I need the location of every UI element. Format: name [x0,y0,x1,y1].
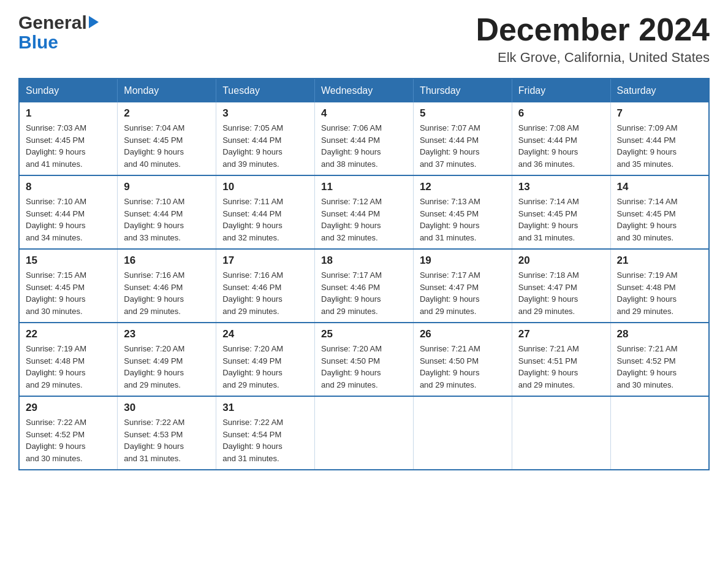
calendar-cell [512,396,610,470]
day-info: Sunrise: 7:12 AMSunset: 4:44 PMDaylight:… [321,196,407,243]
day-number: 31 [222,402,308,414]
calendar-cell: 31Sunrise: 7:22 AMSunset: 4:54 PMDayligh… [216,396,315,470]
calendar-cell: 22Sunrise: 7:19 AMSunset: 4:48 PMDayligh… [19,323,118,396]
day-info: Sunrise: 7:10 AMSunset: 4:44 PMDaylight:… [26,196,111,243]
day-number: 29 [26,402,111,414]
day-number: 16 [124,255,210,267]
calendar-cell: 19Sunrise: 7:17 AMSunset: 4:47 PMDayligh… [413,249,512,323]
logo-blue-text: Blue [18,32,58,53]
calendar-cell: 23Sunrise: 7:20 AMSunset: 4:49 PMDayligh… [118,323,216,396]
day-info: Sunrise: 7:14 AMSunset: 4:45 PMDaylight:… [617,196,702,243]
col-header-tuesday: Tuesday [216,79,315,102]
day-number: 22 [26,328,111,340]
calendar-cell: 2Sunrise: 7:04 AMSunset: 4:45 PMDaylight… [118,102,216,175]
week-row-3: 15Sunrise: 7:15 AMSunset: 4:45 PMDayligh… [19,249,709,323]
calendar-cell: 9Sunrise: 7:10 AMSunset: 4:44 PMDaylight… [118,175,216,249]
calendar-cell: 14Sunrise: 7:14 AMSunset: 4:45 PMDayligh… [610,175,709,249]
calendar-cell: 13Sunrise: 7:14 AMSunset: 4:45 PMDayligh… [512,175,610,249]
col-header-saturday: Saturday [610,79,709,102]
day-number: 2 [124,107,210,120]
day-number: 27 [518,328,604,340]
calendar-cell: 21Sunrise: 7:19 AMSunset: 4:48 PMDayligh… [610,249,709,323]
day-info: Sunrise: 7:19 AMSunset: 4:48 PMDaylight:… [26,343,111,391]
calendar-cell: 20Sunrise: 7:18 AMSunset: 4:47 PMDayligh… [512,249,610,323]
day-number: 13 [518,181,604,193]
day-info: Sunrise: 7:16 AMSunset: 4:46 PMDaylight:… [124,269,210,317]
calendar-cell: 24Sunrise: 7:20 AMSunset: 4:49 PMDayligh… [216,323,315,396]
day-number: 1 [26,107,111,120]
day-number: 28 [617,328,702,340]
day-number: 17 [222,255,308,267]
day-number: 7 [617,107,702,120]
day-number: 8 [26,181,111,193]
col-header-thursday: Thursday [413,79,512,102]
day-info: Sunrise: 7:14 AMSunset: 4:45 PMDaylight:… [518,196,604,243]
day-number: 19 [420,255,506,267]
day-number: 11 [321,181,407,193]
calendar-cell: 12Sunrise: 7:13 AMSunset: 4:45 PMDayligh… [413,175,512,249]
calendar-cell: 5Sunrise: 7:07 AMSunset: 4:44 PMDaylight… [413,102,512,175]
calendar-cell: 16Sunrise: 7:16 AMSunset: 4:46 PMDayligh… [118,249,216,323]
day-info: Sunrise: 7:10 AMSunset: 4:44 PMDaylight:… [124,196,210,243]
day-info: Sunrise: 7:22 AMSunset: 4:54 PMDaylight:… [222,416,308,464]
calendar-cell: 1Sunrise: 7:03 AMSunset: 4:45 PMDaylight… [19,102,118,175]
calendar-cell: 3Sunrise: 7:05 AMSunset: 4:44 PMDaylight… [216,102,315,175]
calendar-cell: 29Sunrise: 7:22 AMSunset: 4:52 PMDayligh… [19,396,118,470]
week-row-5: 29Sunrise: 7:22 AMSunset: 4:52 PMDayligh… [19,396,709,470]
day-info: Sunrise: 7:11 AMSunset: 4:44 PMDaylight:… [222,196,308,243]
week-row-4: 22Sunrise: 7:19 AMSunset: 4:48 PMDayligh… [19,323,709,396]
calendar-cell: 18Sunrise: 7:17 AMSunset: 4:46 PMDayligh… [315,249,414,323]
day-info: Sunrise: 7:19 AMSunset: 4:48 PMDaylight:… [617,269,702,317]
title-block: December 2024 Elk Grove, California, Uni… [476,12,710,66]
logo-arrow-icon [89,16,99,28]
day-number: 15 [26,255,111,267]
week-row-1: 1Sunrise: 7:03 AMSunset: 4:45 PMDaylight… [19,102,709,175]
day-number: 5 [420,107,506,120]
day-number: 14 [617,181,702,193]
logo: General Blue [18,12,99,53]
calendar-cell: 17Sunrise: 7:16 AMSunset: 4:46 PMDayligh… [216,249,315,323]
calendar-cell: 7Sunrise: 7:09 AMSunset: 4:44 PMDaylight… [610,102,709,175]
day-info: Sunrise: 7:13 AMSunset: 4:45 PMDaylight:… [420,196,506,243]
calendar-cell: 4Sunrise: 7:06 AMSunset: 4:44 PMDaylight… [315,102,414,175]
day-info: Sunrise: 7:03 AMSunset: 4:45 PMDaylight:… [26,122,111,170]
calendar-cell [315,396,414,470]
day-info: Sunrise: 7:21 AMSunset: 4:52 PMDaylight:… [617,343,702,391]
calendar-cell [413,396,512,470]
logo-general-text: General [18,12,87,33]
calendar-table: SundayMondayTuesdayWednesdayThursdayFrid… [18,78,710,470]
day-number: 20 [518,255,604,267]
day-info: Sunrise: 7:17 AMSunset: 4:46 PMDaylight:… [321,269,407,317]
calendar-cell: 6Sunrise: 7:08 AMSunset: 4:44 PMDaylight… [512,102,610,175]
col-header-sunday: Sunday [19,79,118,102]
day-info: Sunrise: 7:06 AMSunset: 4:44 PMDaylight:… [321,122,407,170]
calendar-cell: 28Sunrise: 7:21 AMSunset: 4:52 PMDayligh… [610,323,709,396]
day-number: 10 [222,181,308,193]
day-number: 25 [321,328,407,340]
day-info: Sunrise: 7:20 AMSunset: 4:50 PMDaylight:… [321,343,407,391]
calendar-cell: 27Sunrise: 7:21 AMSunset: 4:51 PMDayligh… [512,323,610,396]
day-info: Sunrise: 7:21 AMSunset: 4:51 PMDaylight:… [518,343,604,391]
day-number: 21 [617,255,702,267]
calendar-cell: 25Sunrise: 7:20 AMSunset: 4:50 PMDayligh… [315,323,414,396]
location-text: Elk Grove, California, United States [476,50,710,66]
day-info: Sunrise: 7:09 AMSunset: 4:44 PMDaylight:… [617,122,702,170]
day-number: 23 [124,328,210,340]
month-title: December 2024 [476,12,710,47]
page-header: General Blue December 2024 Elk Grove, Ca… [18,12,710,66]
calendar-cell: 10Sunrise: 7:11 AMSunset: 4:44 PMDayligh… [216,175,315,249]
day-info: Sunrise: 7:05 AMSunset: 4:44 PMDaylight:… [222,122,308,170]
calendar-cell: 15Sunrise: 7:15 AMSunset: 4:45 PMDayligh… [19,249,118,323]
calendar-cell: 11Sunrise: 7:12 AMSunset: 4:44 PMDayligh… [315,175,414,249]
col-header-wednesday: Wednesday [315,79,414,102]
calendar-cell: 8Sunrise: 7:10 AMSunset: 4:44 PMDaylight… [19,175,118,249]
day-info: Sunrise: 7:07 AMSunset: 4:44 PMDaylight:… [420,122,506,170]
day-info: Sunrise: 7:16 AMSunset: 4:46 PMDaylight:… [222,269,308,317]
day-number: 3 [222,107,308,120]
calendar-header-row: SundayMondayTuesdayWednesdayThursdayFrid… [19,79,709,102]
day-info: Sunrise: 7:18 AMSunset: 4:47 PMDaylight:… [518,269,604,317]
day-number: 6 [518,107,604,120]
day-info: Sunrise: 7:08 AMSunset: 4:44 PMDaylight:… [518,122,604,170]
calendar-cell: 26Sunrise: 7:21 AMSunset: 4:50 PMDayligh… [413,323,512,396]
day-info: Sunrise: 7:22 AMSunset: 4:53 PMDaylight:… [124,416,210,464]
